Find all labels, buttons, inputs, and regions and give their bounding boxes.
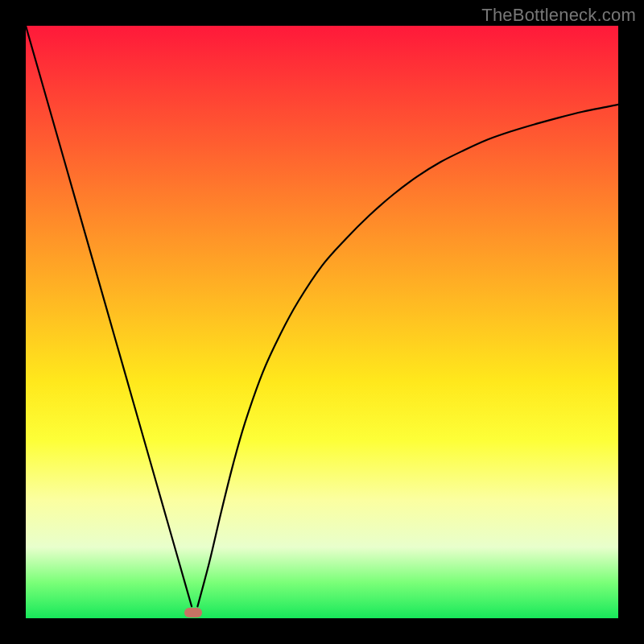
plot-area [26, 26, 618, 618]
minimum-marker [184, 608, 202, 617]
curve-right-branch [197, 105, 618, 606]
curve-left-branch [26, 26, 192, 606]
curve-svg [26, 26, 618, 618]
watermark-text: TheBottleneck.com [481, 5, 636, 26]
chart-frame: TheBottleneck.com [0, 0, 644, 644]
